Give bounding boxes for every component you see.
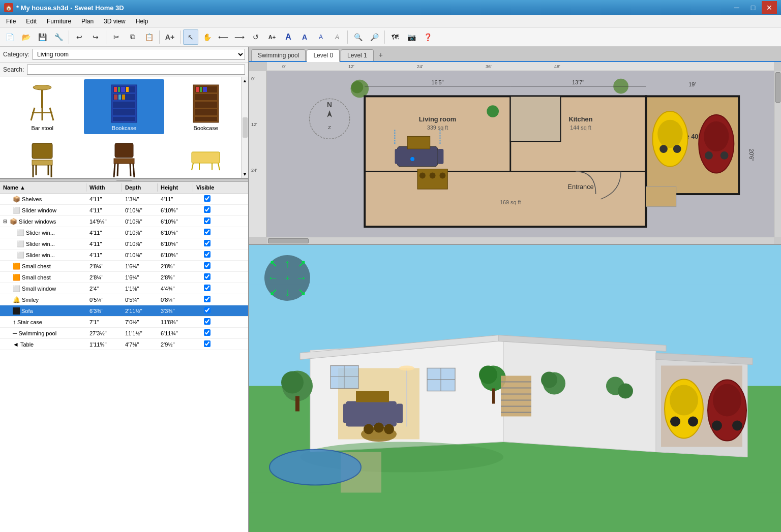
preferences-button[interactable]: 🔧 (51, 29, 66, 45)
svg-rect-9 (113, 102, 135, 108)
visible-check-sw1[interactable] (204, 229, 211, 235)
grid-scrollbar[interactable]: ▲ ▼ (241, 77, 248, 178)
visible-check-sw2[interactable] (204, 240, 211, 246)
header-depth[interactable]: Depth (122, 183, 158, 192)
visible-check-table[interactable] (204, 340, 211, 347)
floor-plan-area[interactable]: N Z 16'5" 13'7" (267, 71, 774, 237)
menu-file[interactable]: File (2, 17, 20, 26)
redo-button[interactable]: ↪ (88, 29, 103, 45)
list-item-shelves[interactable]: 📦 Shelves 4'11" 1'3¾" 4'11" (0, 194, 248, 205)
header-height[interactable]: Height (158, 183, 193, 192)
paste-button[interactable]: 📋 (141, 29, 157, 45)
rotate-button[interactable]: ↺ (248, 29, 263, 45)
h-scrollbar-thumb[interactable] (268, 238, 309, 243)
tab-add-button[interactable]: + (375, 49, 387, 61)
menu-plan[interactable]: Plan (77, 17, 98, 26)
svg-point-75 (673, 145, 681, 153)
maximize-button[interactable]: □ (745, 1, 761, 14)
nav-down-left-button[interactable]: ↙ (266, 285, 280, 299)
list-item-slider-window[interactable]: ⬜ Slider window 4'11" 0'10⅝" 6'10⅝" (0, 205, 248, 216)
menu-3dview[interactable]: 3D view (100, 17, 130, 26)
text3-button[interactable]: A (297, 29, 312, 45)
list-item-slider-win-2[interactable]: ⬜ Slider win... 4'11" 0'10⅞" 6'10⅝" (0, 238, 248, 249)
text-button[interactable]: A+ (264, 29, 280, 45)
furniture-item-chair2[interactable]: Chair (84, 135, 165, 178)
new-button[interactable]: 📄 (2, 29, 17, 45)
nav-up-button[interactable]: ↑ (280, 257, 294, 271)
tab-level-0[interactable]: Level 0 (307, 49, 340, 62)
visible-check-swin[interactable] (204, 285, 211, 291)
select-tool-button[interactable]: ↖ (183, 29, 198, 45)
menu-edit[interactable]: Edit (22, 17, 41, 26)
list-item-slider-win-3[interactable]: ⬜ Slider win... 4'11" 0'10⅝" 6'10⅝" (0, 249, 248, 261)
visible-check-sc1[interactable] (204, 262, 211, 269)
svg-text:Z: Z (328, 124, 331, 130)
svg-point-125 (670, 417, 680, 427)
list-item-small-chest-1[interactable]: 🟧 Small chest 2'8¼" 1'6¼" 2'8⅝" (0, 261, 248, 272)
list-item-small-chest-2[interactable]: 🟧 Small chest 2'8¼" 1'6¼" 2'8⅝" (0, 272, 248, 283)
visible-check-staircase[interactable] (204, 318, 211, 325)
header-width[interactable]: Width (86, 183, 122, 192)
nav-up-left-button[interactable]: ↖ (266, 257, 280, 271)
v-scrollbar-thumb[interactable] (775, 72, 780, 103)
category-select[interactable]: Living room (33, 49, 245, 60)
visible-check-sw3[interactable] (204, 251, 211, 258)
top-view-button[interactable]: 🗺 (387, 29, 403, 45)
header-name[interactable]: Name ▲ (0, 183, 86, 192)
furniture-item-barstool[interactable]: Bar stool (2, 79, 83, 134)
nav-down-right-button[interactable]: ↘ (294, 285, 309, 299)
menu-furniture[interactable]: Furniture (43, 17, 75, 26)
zoom-in-button[interactable]: 🔍 (350, 29, 366, 45)
plan-scrollbar-v[interactable] (774, 71, 781, 237)
minimize-button[interactable]: ─ (729, 1, 744, 14)
plan-scrollbar-h[interactable] (267, 237, 774, 244)
tab-level-1[interactable]: Level 1 (341, 49, 374, 61)
open-button[interactable]: 📂 (18, 29, 34, 45)
visible-check-slider-windows[interactable] (204, 217, 211, 224)
list-item-sofa[interactable]: Sofa 6'3¾" 2'11½" 3'3⅜" (0, 305, 248, 317)
close-button[interactable]: ✕ (762, 1, 777, 14)
text4-button[interactable]: A (313, 29, 328, 45)
copy-button[interactable]: ⧉ (125, 29, 140, 45)
nav-down-button[interactable]: ↓ (280, 285, 294, 299)
visible-check-slider-window[interactable] (204, 206, 211, 213)
search-input[interactable] (27, 65, 245, 75)
save-button[interactable]: 💾 (35, 29, 50, 45)
list-item-slider-win-1[interactable]: ⬜ Slider win... 4'11" 0'10⅞" 6'10⅝" (0, 227, 248, 238)
list-item-slider-windows-group[interactable]: ⊟ 📦 Slider windows 14'9⅛" 0'10⅞" 6'10⅝" (0, 216, 248, 227)
add-furniture-button[interactable]: A+ (162, 29, 177, 45)
nav-left-button[interactable]: ← (266, 271, 280, 285)
pan-tool-button[interactable]: ✋ (199, 29, 215, 45)
nav-center-button[interactable]: + (280, 271, 294, 285)
nav-right-button[interactable]: → (294, 271, 309, 285)
list-item-small-window[interactable]: ⬜ Small window 2'4" 1'1⅜" 4'4¾" (0, 283, 248, 294)
list-item-table[interactable]: ◄ Table 1'11⅝" 4'7⅛" 2'9½" (0, 339, 248, 350)
header-visible[interactable]: Visible (193, 183, 221, 192)
furniture-item-bookcase2[interactable]: Bookcase (165, 79, 246, 134)
visible-check-smiley[interactable] (204, 296, 211, 302)
rotate-left-button[interactable]: ⟵ (216, 29, 231, 45)
cut-button[interactable]: ✂ (109, 29, 124, 45)
list-item-smiley[interactable]: 🔔 Smiley 0'5¼" 0'5¼" 0'8¼" (0, 294, 248, 305)
furniture-item-coffee[interactable]: Coffee table (165, 135, 246, 178)
navigation-controls[interactable]: ↖ ↑ ↗ ← + → ↙ ↓ ↘ (264, 255, 310, 301)
undo-button[interactable]: ↩ (72, 29, 87, 45)
nav-up-right-button[interactable]: ↗ (294, 257, 309, 271)
text5-button[interactable]: A (329, 29, 345, 45)
camera-button[interactable]: 📷 (404, 29, 419, 45)
visible-check-sc2[interactable] (204, 273, 211, 280)
text2-button[interactable]: A (281, 29, 296, 45)
visible-check-pool[interactable] (204, 329, 211, 336)
furniture-item-chair1[interactable]: Chair (2, 135, 83, 178)
list-item-staircase[interactable]: ↑ Stair case 7'1" 7'0½" 11'8⅜" (0, 317, 248, 328)
tab-swimming-pool[interactable]: Swimming pool (251, 49, 306, 61)
furniture-item-bookcase1[interactable]: Bookcase (84, 79, 165, 134)
visible-check-shelves[interactable] (204, 195, 211, 202)
zoom-out-button[interactable]: 🔎 (367, 29, 382, 45)
visible-check-sofa[interactable] (204, 307, 211, 314)
help-toolbar-button[interactable]: ❓ (420, 29, 435, 45)
list-item-swimming-pool[interactable]: ─ Swimming pool 27'3½" 11'1½" 6'11¾" (0, 328, 248, 339)
menu-help[interactable]: Help (132, 17, 153, 26)
rotate-right-button[interactable]: ⟶ (232, 29, 247, 45)
name-cell-table: ◄ Table (0, 340, 86, 349)
